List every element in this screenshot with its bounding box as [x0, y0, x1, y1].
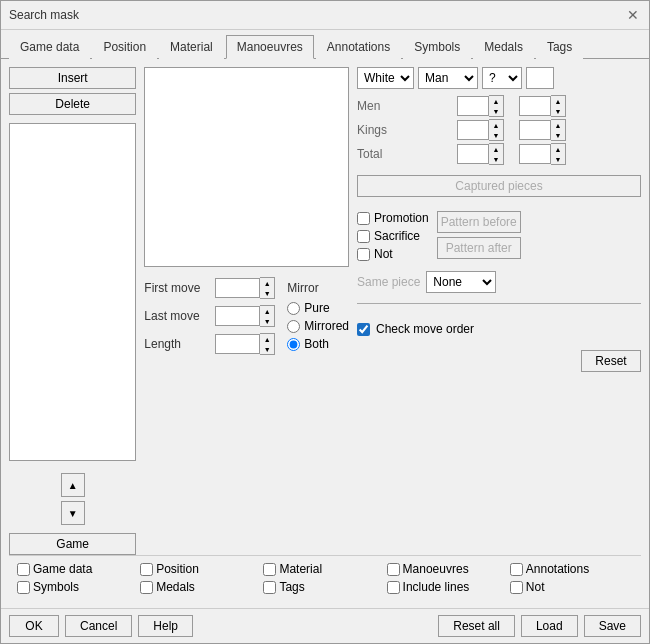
cb-include-lines[interactable]: [387, 581, 400, 594]
reset-button[interactable]: Reset: [581, 350, 641, 372]
piece-type-select[interactable]: Man King: [418, 67, 478, 89]
total-max-up[interactable]: ▲: [551, 144, 565, 154]
length-input: 16 ▲ ▼: [215, 333, 275, 355]
mirror-both-row[interactable]: Both: [287, 337, 349, 351]
last-move-up[interactable]: ▲: [260, 306, 274, 316]
color-select[interactable]: White Black: [357, 67, 414, 89]
sacrifice-checkbox[interactable]: [357, 230, 370, 243]
bottom-cb-tags[interactable]: Tags: [263, 580, 386, 594]
pattern-before-button[interactable]: Pattern before: [437, 211, 521, 233]
kings-max-up[interactable]: ▲: [551, 120, 565, 130]
mirror-pure-row[interactable]: Pure: [287, 301, 349, 315]
kings-min-input: 0 ▲ ▼: [457, 119, 517, 141]
check-move-order-row[interactable]: Check move order: [357, 322, 641, 336]
men-max-field[interactable]: 50: [519, 96, 551, 116]
first-move-field[interactable]: 1: [215, 278, 260, 298]
promotion-checkbox[interactable]: [357, 212, 370, 225]
right-panel: White Black Man King ? ! !? Men: [357, 67, 641, 555]
men-min-down[interactable]: ▼: [489, 106, 503, 116]
pattern-after-button[interactable]: Pattern after: [437, 237, 521, 259]
cb-annotations[interactable]: [510, 563, 523, 576]
move-up-button[interactable]: ▲: [61, 473, 85, 497]
help-button[interactable]: Help: [138, 615, 193, 637]
bottom-cb-game-data[interactable]: Game data: [17, 562, 140, 576]
kings-min-field[interactable]: 0: [457, 120, 489, 140]
tab-symbols[interactable]: Symbols: [403, 35, 471, 59]
cb-tags[interactable]: [263, 581, 276, 594]
promotion-row[interactable]: Promotion: [357, 211, 429, 225]
last-move-label: Last move: [144, 309, 209, 323]
last-move-spinners: ▲ ▼: [260, 305, 275, 327]
delete-button[interactable]: Delete: [9, 93, 136, 115]
length-up[interactable]: ▲: [260, 334, 274, 344]
length-field[interactable]: 16: [215, 334, 260, 354]
cb-symbols[interactable]: [17, 581, 30, 594]
tab-material[interactable]: Material: [159, 35, 224, 59]
not-row[interactable]: Not: [357, 247, 429, 261]
mirror-title: Mirror: [287, 281, 349, 295]
first-move-down[interactable]: ▼: [260, 288, 274, 298]
captured-pieces-button[interactable]: Captured pieces: [357, 175, 641, 197]
kings-max-down[interactable]: ▼: [551, 130, 565, 140]
game-button[interactable]: Game: [9, 533, 136, 555]
kings-min-down[interactable]: ▼: [489, 130, 503, 140]
kings-min-up[interactable]: ▲: [489, 120, 503, 130]
cb-material[interactable]: [263, 563, 276, 576]
tab-manoeuvres[interactable]: Manoeuvres: [226, 35, 314, 59]
not-checkbox[interactable]: [357, 248, 370, 261]
bottom-cb-position[interactable]: Position: [140, 562, 263, 576]
men-min-field[interactable]: 0: [457, 96, 489, 116]
save-button[interactable]: Save: [584, 615, 641, 637]
last-move-row: Last move 999 ▲ ▼: [144, 305, 275, 327]
mirror-pure-radio[interactable]: [287, 302, 300, 315]
sacrifice-row[interactable]: Sacrifice: [357, 229, 429, 243]
tab-position[interactable]: Position: [92, 35, 157, 59]
men-max-up[interactable]: ▲: [551, 96, 565, 106]
reset-all-button[interactable]: Reset all: [438, 615, 515, 637]
cb-not[interactable]: [510, 581, 523, 594]
mirror-mirrored-radio[interactable]: [287, 320, 300, 333]
men-max-down[interactable]: ▼: [551, 106, 565, 116]
cb-medals[interactable]: [140, 581, 153, 594]
cb-manoeuvres[interactable]: [387, 563, 400, 576]
total-max-field[interactable]: 50: [519, 144, 551, 164]
same-piece-select[interactable]: None: [426, 271, 496, 293]
move-down-button[interactable]: ▼: [61, 501, 85, 525]
bottom-cb-include-lines[interactable]: Include lines: [387, 580, 510, 594]
length-down[interactable]: ▼: [260, 344, 274, 354]
bottom-cb-material[interactable]: Material: [263, 562, 386, 576]
tab-medals[interactable]: Medals: [473, 35, 534, 59]
load-button[interactable]: Load: [521, 615, 578, 637]
tab-tags[interactable]: Tags: [536, 35, 583, 59]
last-move-field[interactable]: 999: [215, 306, 260, 326]
annotation-select[interactable]: ? ! !?: [482, 67, 522, 89]
men-min-up[interactable]: ▲: [489, 96, 503, 106]
mirror-both-radio[interactable]: [287, 338, 300, 351]
bottom-cb-symbols[interactable]: Symbols: [17, 580, 140, 594]
bottom-cb-annotations[interactable]: Annotations: [510, 562, 633, 576]
cb-position[interactable]: [140, 563, 153, 576]
first-move-up[interactable]: ▲: [260, 278, 274, 288]
ok-button[interactable]: OK: [9, 615, 59, 637]
left-panel: Insert Delete ▲ ▼ Game: [9, 67, 136, 555]
footer-right: Reset all Load Save: [438, 615, 641, 637]
manoeuvre-list[interactable]: [9, 123, 136, 461]
close-button[interactable]: ✕: [625, 7, 641, 23]
cb-game-data[interactable]: [17, 563, 30, 576]
tab-annotations[interactable]: Annotations: [316, 35, 401, 59]
tab-game-data[interactable]: Game data: [9, 35, 90, 59]
total-min-field[interactable]: 0: [457, 144, 489, 164]
bottom-cb-not[interactable]: Not: [510, 580, 633, 594]
total-min-up[interactable]: ▲: [489, 144, 503, 154]
total-min-down[interactable]: ▼: [489, 154, 503, 164]
bottom-cb-manoeuvres[interactable]: Manoeuvres: [387, 562, 510, 576]
total-max-down[interactable]: ▼: [551, 154, 565, 164]
kings-max-field[interactable]: 50: [519, 120, 551, 140]
check-move-order-checkbox[interactable]: [357, 323, 370, 336]
cancel-button[interactable]: Cancel: [65, 615, 132, 637]
mirror-pure-label: Pure: [304, 301, 329, 315]
mirror-mirrored-row[interactable]: Mirrored: [287, 319, 349, 333]
last-move-down[interactable]: ▼: [260, 316, 274, 326]
bottom-cb-medals[interactable]: Medals: [140, 580, 263, 594]
insert-button[interactable]: Insert: [9, 67, 136, 89]
